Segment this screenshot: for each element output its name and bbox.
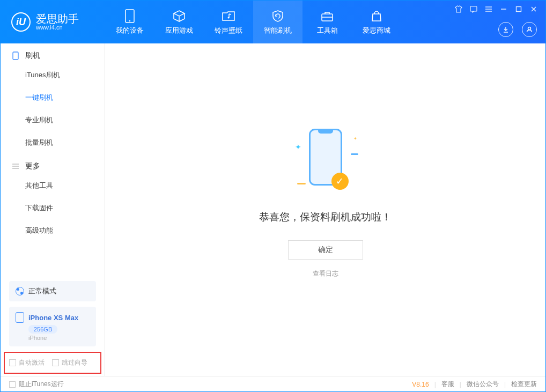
mode-icon [16, 287, 24, 295]
menu-icon[interactable] [484, 5, 493, 13]
phone-icon [123, 9, 137, 23]
maximize-icon[interactable] [514, 5, 523, 13]
tab-apps-games[interactable]: 应用游戏 [154, 1, 204, 43]
feedback-icon[interactable] [469, 5, 478, 13]
cube-icon [172, 9, 186, 23]
view-log-link[interactable]: 查看日志 [313, 269, 338, 278]
toolbox-icon [320, 9, 334, 23]
sidebar-item-other-tools[interactable]: 其他工具 [25, 174, 105, 197]
header-actions [498, 22, 537, 37]
device-type: iPhone [28, 335, 90, 341]
success-illustration: ✦ ✦ ✓ [291, 127, 360, 196]
sidebar-item-onekey-flash[interactable]: 一键刷机 [25, 86, 105, 109]
sidebar: 刷机 iTunes刷机 一键刷机 专业刷机 批量刷机 更多 其他工具 下载固件 … [1, 43, 105, 376]
device-capacity: 256GB [28, 325, 57, 334]
svg-rect-14 [13, 52, 18, 60]
sparkle-icon: ✦ [353, 136, 357, 141]
account-button[interactable] [522, 22, 537, 37]
svg-rect-5 [470, 6, 477, 11]
svg-rect-10 [517, 7, 521, 12]
svg-point-2 [228, 17, 230, 18]
music-folder-icon [222, 9, 235, 23]
logo-area: iU 爱思助手 www.i4.cn [1, 12, 105, 32]
shopping-bag-icon [370, 9, 383, 23]
sidebar-item-itunes-flash[interactable]: iTunes刷机 [25, 64, 105, 86]
customer-service-link[interactable]: 客服 [441, 380, 454, 389]
sidebar-item-batch-flash[interactable]: 批量刷机 [25, 131, 105, 154]
sidebar-item-advanced[interactable]: 高级功能 [25, 219, 105, 242]
device-name: iPhone XS Max [28, 314, 78, 322]
device-mode-box[interactable]: 正常模式 [9, 281, 96, 301]
sidebar-group-more: 更多 [1, 154, 105, 174]
checkbox-icon [52, 359, 59, 366]
phone-small-icon [11, 51, 20, 60]
ok-button[interactable]: 确定 [288, 240, 363, 260]
status-bar: 阻止iTunes运行 V8.16 | 客服 | 微信公众号 | 检查更新 [1, 376, 545, 392]
app-website: www.i4.cn [36, 24, 79, 31]
header-tabs: 我的设备 应用游戏 铃声壁纸 智能刷机 工具箱 爱思商城 [105, 1, 401, 43]
close-icon[interactable] [529, 5, 538, 13]
checkbox-auto-activate[interactable]: 自动激活 [9, 358, 45, 367]
tshirt-icon[interactable] [454, 5, 463, 13]
checkbox-skip-guide[interactable]: 跳过向导 [52, 358, 87, 367]
device-mode-label: 正常模式 [28, 286, 56, 296]
tab-toolbox[interactable]: 工具箱 [302, 1, 352, 43]
tab-ringtones-wallpapers[interactable]: 铃声壁纸 [204, 1, 253, 43]
refresh-shield-icon [271, 9, 285, 23]
app-name: 爱思助手 [36, 13, 79, 24]
sparkle-icon: ✦ [295, 143, 301, 151]
decoration-bar [351, 153, 358, 155]
check-update-link[interactable]: 检查更新 [511, 380, 537, 389]
list-icon [11, 162, 20, 171]
window-controls [454, 5, 538, 13]
sidebar-group-flash: 刷机 [1, 43, 105, 64]
download-button[interactable] [498, 22, 513, 37]
svg-point-1 [129, 20, 130, 21]
version-label: V8.16 [412, 381, 429, 388]
checkbox-block-itunes[interactable]: 阻止iTunes运行 [9, 380, 64, 389]
checkbox-icon [9, 381, 16, 388]
checkmark-badge-icon: ✓ [331, 173, 349, 190]
tab-store[interactable]: 爱思商城 [352, 1, 401, 43]
checkbox-icon [9, 359, 16, 366]
main-content: ✦ ✦ ✓ 恭喜您，保资料刷机成功啦！ 确定 查看日志 [105, 43, 545, 376]
sidebar-item-pro-flash[interactable]: 专业刷机 [25, 109, 105, 131]
svg-point-13 [528, 27, 531, 30]
wechat-link[interactable]: 微信公众号 [467, 380, 499, 389]
bottom-options-box: 自动激活 跳过向导 [4, 352, 101, 374]
device-icon [16, 312, 24, 323]
device-info-box[interactable]: iPhone XS Max 256GB iPhone [9, 307, 96, 346]
minimize-icon[interactable] [499, 5, 508, 13]
success-message: 恭喜您，保资料刷机成功啦！ [259, 210, 392, 224]
decoration-bar [297, 183, 306, 184]
logo-icon: iU [11, 12, 31, 32]
tab-my-device[interactable]: 我的设备 [105, 1, 154, 43]
app-header: iU 爱思助手 www.i4.cn 我的设备 应用游戏 铃声壁纸 智能刷机 工具… [1, 1, 545, 43]
body-area: 刷机 iTunes刷机 一键刷机 专业刷机 批量刷机 更多 其他工具 下载固件 … [1, 43, 545, 376]
sidebar-item-download-firmware[interactable]: 下载固件 [25, 197, 105, 219]
tab-smart-flash[interactable]: 智能刷机 [253, 1, 302, 43]
